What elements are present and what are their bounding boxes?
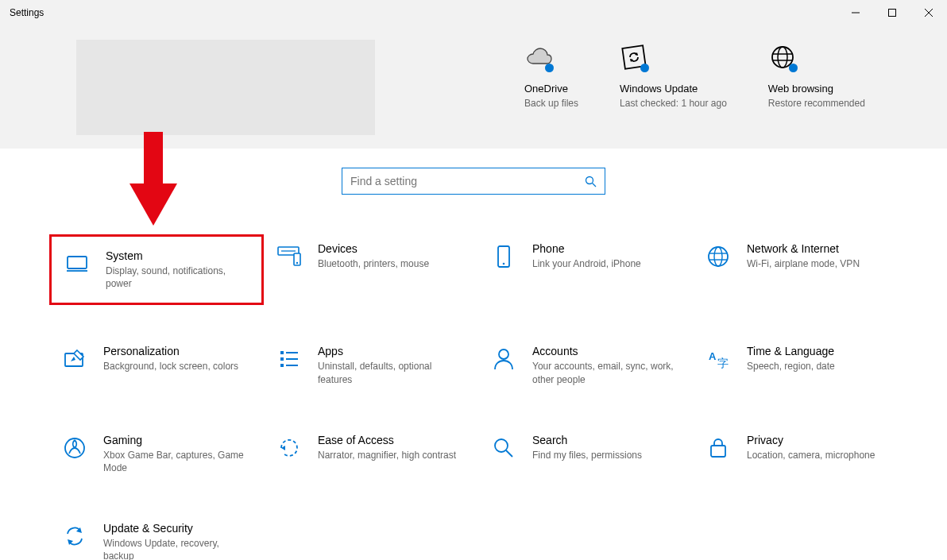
onedrive-icon bbox=[524, 43, 553, 71]
category-title: Ease of Access bbox=[318, 434, 464, 446]
status-dot-icon bbox=[545, 64, 554, 72]
category-title: Accounts bbox=[532, 345, 678, 357]
category-accounts[interactable]: Accounts Your accounts, email, sync, wor… bbox=[478, 337, 693, 393]
svg-rect-26 bbox=[280, 351, 284, 354]
category-apps[interactable]: Apps Uninstall, defaults, optional featu… bbox=[264, 337, 478, 393]
category-personalization[interactable]: Personalization Background, lock screen,… bbox=[49, 337, 264, 381]
category-search[interactable]: Search Find my files, permissions bbox=[478, 426, 693, 470]
category-title: Privacy bbox=[747, 434, 893, 446]
svg-point-20 bbox=[503, 263, 505, 265]
svg-point-18 bbox=[296, 262, 298, 264]
svg-point-37 bbox=[495, 439, 508, 452]
svg-rect-13 bbox=[68, 257, 87, 268]
status-dot-icon bbox=[640, 64, 649, 72]
phone-icon bbox=[489, 242, 518, 271]
category-sub: Xbox Game Bar, captures, Game Mode bbox=[103, 449, 249, 474]
svg-point-32 bbox=[499, 350, 508, 359]
status-cards: OneDrive Back up files Windows Update La… bbox=[524, 43, 865, 110]
category-sub: Display, sound, notifications, power bbox=[106, 265, 247, 290]
category-sub: Bluetooth, printers, mouse bbox=[318, 257, 464, 270]
svg-point-6 bbox=[778, 47, 787, 68]
svg-text:A: A bbox=[709, 350, 717, 362]
status-title: Windows Update bbox=[620, 83, 698, 95]
category-privacy[interactable]: Privacy Location, camera, microphone bbox=[693, 426, 907, 470]
window-controls bbox=[837, 0, 947, 25]
svg-point-21 bbox=[709, 247, 728, 266]
category-time-language[interactable]: A字 Time & Language Speech, region, date bbox=[693, 337, 907, 381]
category-sub: Find my files, permissions bbox=[532, 449, 678, 462]
search-wrap bbox=[0, 168, 947, 195]
category-network[interactable]: Network & Internet Wi-Fi, airplane mode,… bbox=[693, 234, 907, 279]
svg-line-38 bbox=[506, 450, 512, 457]
apps-icon bbox=[275, 345, 303, 373]
category-update-security[interactable]: Update & Security Windows Update, recove… bbox=[49, 514, 264, 560]
svg-point-11 bbox=[586, 176, 593, 183]
maximize-button[interactable] bbox=[874, 0, 910, 25]
category-title: Devices bbox=[318, 242, 464, 255]
search-input[interactable] bbox=[350, 175, 585, 187]
gaming-icon bbox=[60, 434, 89, 462]
category-sub: Narrator, magnifier, high contrast bbox=[318, 449, 464, 462]
search-box[interactable] bbox=[342, 168, 605, 195]
category-phone[interactable]: Phone Link your Android, iPhone bbox=[478, 234, 693, 279]
category-title: Phone bbox=[532, 242, 678, 255]
svg-text:字: 字 bbox=[717, 357, 729, 369]
windows-update-icon bbox=[620, 43, 648, 71]
category-sub: Background, lock screen, colors bbox=[103, 360, 249, 373]
svg-rect-28 bbox=[280, 364, 284, 367]
status-sub: Back up files bbox=[524, 98, 578, 110]
category-sub: Location, camera, microphone bbox=[747, 449, 893, 462]
search-icon bbox=[585, 176, 597, 187]
status-dot-icon bbox=[789, 64, 798, 72]
status-title: OneDrive bbox=[524, 83, 568, 95]
svg-rect-39 bbox=[711, 446, 725, 457]
category-title: Search bbox=[532, 434, 678, 446]
category-title: Apps bbox=[318, 345, 464, 357]
category-gaming[interactable]: Gaming Xbox Game Bar, captures, Game Mod… bbox=[49, 426, 264, 482]
category-title: Update & Security bbox=[103, 522, 249, 535]
ease-of-access-icon bbox=[275, 434, 303, 462]
status-card-web-browsing[interactable]: Web browsing Restore recommended bbox=[768, 43, 865, 110]
window-title: Settings bbox=[10, 7, 44, 18]
devices-icon bbox=[275, 242, 303, 271]
header-band: OneDrive Back up files Windows Update La… bbox=[0, 25, 947, 149]
system-icon bbox=[63, 249, 91, 278]
svg-point-22 bbox=[714, 247, 722, 266]
category-sub: Uninstall, defaults, optional features bbox=[318, 360, 464, 385]
category-sub: Speech, region, date bbox=[747, 360, 893, 373]
category-title: Time & Language bbox=[747, 345, 893, 357]
svg-rect-27 bbox=[280, 357, 284, 361]
minimize-button[interactable] bbox=[837, 0, 874, 25]
status-sub: Restore recommended bbox=[768, 98, 865, 110]
status-card-windows-update[interactable]: Windows Update Last checked: 1 hour ago bbox=[620, 43, 727, 110]
svg-rect-1 bbox=[889, 10, 896, 17]
status-card-onedrive[interactable]: OneDrive Back up files bbox=[524, 43, 578, 110]
categories-grid: System Display, sound, notifications, po… bbox=[49, 234, 915, 560]
personalization-icon bbox=[60, 345, 89, 373]
category-title: Gaming bbox=[103, 434, 249, 446]
category-sub: Your accounts, email, sync, work, other … bbox=[532, 360, 678, 385]
svg-line-12 bbox=[593, 183, 597, 187]
category-sub: Link your Android, iPhone bbox=[532, 257, 678, 270]
privacy-icon bbox=[704, 434, 732, 462]
update-icon bbox=[60, 522, 89, 550]
search-category-icon bbox=[489, 434, 518, 462]
category-sub: Windows Update, recovery, backup bbox=[103, 537, 249, 560]
user-info-placeholder bbox=[76, 40, 375, 135]
titlebar: Settings bbox=[0, 0, 947, 25]
globe-icon bbox=[704, 242, 732, 271]
category-sub: Wi-Fi, airplane mode, VPN bbox=[747, 257, 893, 270]
status-title: Web browsing bbox=[768, 83, 833, 95]
category-devices[interactable]: Devices Bluetooth, printers, mouse bbox=[264, 234, 478, 279]
close-button[interactable] bbox=[910, 0, 947, 25]
accounts-icon bbox=[489, 345, 518, 373]
category-ease-of-access[interactable]: Ease of Access Narrator, magnifier, high… bbox=[264, 426, 478, 470]
time-language-icon: A字 bbox=[704, 345, 732, 373]
category-title: System bbox=[106, 249, 247, 262]
category-title: Personalization bbox=[103, 345, 249, 357]
globe-icon bbox=[768, 43, 797, 71]
category-system[interactable]: System Display, sound, notifications, po… bbox=[49, 234, 264, 305]
category-title: Network & Internet bbox=[747, 242, 893, 255]
status-sub: Last checked: 1 hour ago bbox=[620, 98, 727, 110]
